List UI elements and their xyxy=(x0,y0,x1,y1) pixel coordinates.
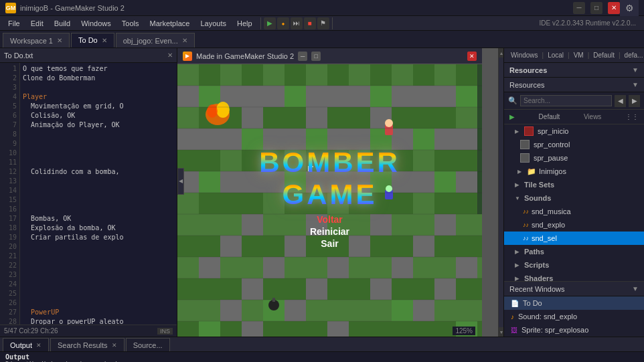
recent-item-todo[interactable]: 📄 To Do xyxy=(504,296,644,310)
svg-rect-35 xyxy=(327,107,349,128)
svg-rect-20 xyxy=(306,86,327,107)
code-line-19: Explosão da bomba, OK xyxy=(23,223,174,233)
tree-item-spr-control[interactable]: spr_control xyxy=(504,138,644,151)
svg-rect-43 xyxy=(199,128,220,150)
svg-rect-99 xyxy=(242,214,263,236)
svg-rect-44 xyxy=(220,128,242,150)
game-window-minimize[interactable]: ─ xyxy=(298,52,307,61)
svg-rect-8 xyxy=(349,64,370,86)
resources-collapse-icon[interactable]: ▼ xyxy=(632,66,639,74)
todo-tab[interactable]: To Do ✕ xyxy=(71,33,114,48)
step-button[interactable]: ⏭ xyxy=(291,17,303,29)
todo-tab-close[interactable]: ✕ xyxy=(102,37,107,44)
tree-item-tilesets[interactable]: ▶ Tile Sets xyxy=(504,178,644,191)
menu-marketplace[interactable]: Marketplace xyxy=(144,16,195,31)
svg-rect-116 xyxy=(306,278,327,300)
tree-item-shaders[interactable]: ▶ Shaders xyxy=(504,272,644,281)
scroll-up-button[interactable]: ▲ xyxy=(499,48,503,58)
svg-rect-54 xyxy=(434,128,456,150)
search-tab-close[interactable]: ✕ xyxy=(112,342,117,349)
code-content[interactable]: O que temos que fazer Clone do Bomberman… xyxy=(20,63,177,325)
svg-rect-58 xyxy=(220,150,242,171)
voltar-menu-item[interactable]: Voltar xyxy=(310,213,349,225)
svg-rect-31 xyxy=(242,107,263,128)
svg-rect-6 xyxy=(306,64,327,86)
sprite-preview-spr-pause xyxy=(520,153,530,163)
default-folder-icon: ▶ xyxy=(509,113,515,120)
menu-windows[interactable]: Windows xyxy=(76,16,116,31)
tree-item-snd-musica[interactable]: ♪♪ snd_musica xyxy=(504,205,644,218)
svg-rect-7 xyxy=(327,64,349,86)
recent-item-spr-explosao[interactable]: 🖼 Sprite: spr_explosao xyxy=(504,323,644,337)
zoom-indicator: 125% xyxy=(453,327,475,335)
search-back-button[interactable]: ◀ xyxy=(615,95,626,107)
play-button[interactable]: ▶ xyxy=(264,17,276,29)
scripts-expand: ▶ xyxy=(515,262,521,268)
defa-tab[interactable]: defa... xyxy=(621,48,644,63)
svg-rect-21 xyxy=(327,86,349,107)
menu-build[interactable]: Build xyxy=(49,16,76,31)
minimize-button[interactable]: ─ xyxy=(573,2,585,14)
svg-rect-39 xyxy=(413,107,434,128)
tree-item-sounds[interactable]: ▼ Sounds xyxy=(504,191,644,205)
stop-button[interactable]: ■ xyxy=(304,17,316,29)
settings-button[interactable]: ⚙ xyxy=(620,0,639,16)
scroll-thumb[interactable] xyxy=(499,58,503,327)
output-tab-close[interactable]: ✕ xyxy=(36,342,42,349)
scroll-down-button[interactable]: ▼ xyxy=(499,327,503,337)
doc-icon: 📄 xyxy=(511,300,519,307)
menu-edit[interactable]: Edit xyxy=(25,16,49,31)
default-tab[interactable]: Default xyxy=(589,48,619,63)
tree-item-snd-sel[interactable]: ♪♪ snd_sel xyxy=(504,232,644,245)
menu-file[interactable]: File xyxy=(3,16,25,31)
tree-item-spr-pause[interactable]: spr_pause xyxy=(504,151,644,165)
tree-item-inimigos[interactable]: ▶ 📁 Inimigos xyxy=(504,165,644,178)
svg-rect-17 xyxy=(242,86,263,107)
search-forward-button[interactable]: ▶ xyxy=(629,95,640,107)
game-window-close[interactable]: ✕ xyxy=(467,52,477,61)
collapse-editor-button[interactable]: ◀ xyxy=(177,168,184,195)
output-tab[interactable]: Output ✕ xyxy=(3,338,49,351)
debug-button[interactable]: ⬥ xyxy=(277,17,289,29)
game-window-title-text: Made in GameMaker Studio 2 xyxy=(196,52,294,60)
maximize-button[interactable]: □ xyxy=(590,2,602,14)
search-results-tab[interactable]: Search Results ✕ xyxy=(50,338,125,351)
svg-rect-124 xyxy=(413,300,434,321)
reiniciar-menu-item[interactable]: Reiniciar xyxy=(310,225,349,238)
editor-file-close[interactable]: ✕ xyxy=(167,52,173,59)
game-menu: Voltar Reiniciar Sair xyxy=(310,213,349,250)
windows-tab[interactable]: Windows xyxy=(507,48,542,63)
game-window-maximize[interactable]: □ xyxy=(311,52,321,61)
sound-icon: ♪♪ xyxy=(523,208,529,215)
sair-menu-item[interactable]: Sair xyxy=(310,238,349,250)
svg-rect-105 xyxy=(285,236,306,257)
center-scrollbar[interactable]: ▲ ▼ xyxy=(498,48,503,337)
vm-tab[interactable]: VM xyxy=(570,48,588,63)
recent-item-snd-explo[interactable]: ♪ Sound: snd_explo xyxy=(504,310,644,323)
tree-item-snd-explo[interactable]: ♪♪ snd_explo xyxy=(504,218,644,232)
search-input[interactable] xyxy=(520,95,612,106)
obj-tab-close[interactable]: ✕ xyxy=(182,37,187,44)
svg-rect-112 xyxy=(392,257,413,278)
menu-layouts[interactable]: Layouts xyxy=(195,16,232,31)
workspace-close[interactable]: ✕ xyxy=(57,37,62,44)
svg-rect-113 xyxy=(456,257,477,278)
local-tab[interactable]: Local xyxy=(544,48,568,63)
workspace-tab[interactable]: Workspace 1 ✕ xyxy=(3,33,70,48)
menu-tools[interactable]: Tools xyxy=(116,16,145,31)
editor-panel: To Do.txt ✕ 12345 678910 1112131415 1617… xyxy=(0,48,177,337)
recent-windows-header[interactable]: Recent Windows ▼ xyxy=(504,282,644,296)
resources-collapse-btn[interactable]: ▼ xyxy=(632,81,639,88)
clean-button[interactable]: ⚑ xyxy=(317,17,329,29)
grid-view-icon[interactable]: ⋮⋮ xyxy=(625,113,639,120)
sprite-recent-icon: 🖼 xyxy=(511,327,517,334)
run-controls: ▶ ⬥ ⏭ ■ ⚑ xyxy=(260,17,333,29)
tree-item-spr-inicio[interactable]: ▶ spr_inicio xyxy=(504,124,644,138)
close-button[interactable]: ✕ xyxy=(608,2,620,14)
tree-item-paths[interactable]: ▶ Paths xyxy=(504,245,644,258)
tree-item-scripts[interactable]: ▶ Scripts xyxy=(504,258,644,272)
resources-tree: ▶ spr_inicio spr_control spr_pause ▶ 📁 I… xyxy=(504,124,644,281)
source-tab[interactable]: Source... xyxy=(126,338,170,351)
obj-tab[interactable]: obj_jogo: Even... ✕ xyxy=(116,33,195,48)
menu-help[interactable]: Help xyxy=(232,16,258,31)
